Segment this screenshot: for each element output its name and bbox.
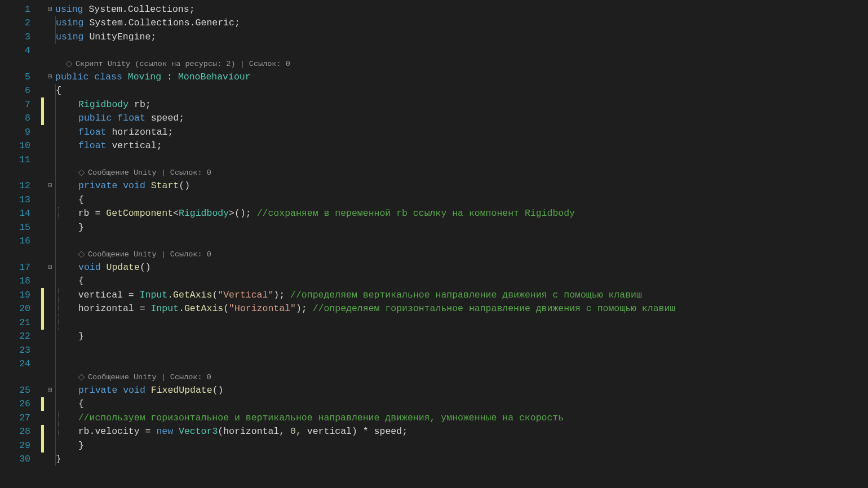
line-number: 30 bbox=[0, 454, 39, 464]
codelens-text[interactable]: Сообщение Unity | Ссылок: 0 bbox=[88, 373, 211, 381]
code-text: { bbox=[78, 276, 868, 286]
line-number: 20 bbox=[0, 303, 39, 314]
line-number: 5 bbox=[0, 72, 39, 82]
code-line[interactable]: 3 using UnityEngine; bbox=[0, 30, 868, 44]
fold-toggle-icon[interactable]: ⊟ bbox=[45, 387, 55, 394]
line-number: 24 bbox=[0, 358, 39, 369]
code-line[interactable]: 10 float vertical; bbox=[0, 139, 868, 153]
code-line[interactable]: 6 { bbox=[0, 84, 868, 98]
line-number: 8 bbox=[0, 113, 39, 123]
unity-icon bbox=[78, 251, 85, 258]
change-indicator bbox=[39, 438, 45, 452]
code-line[interactable]: 15 } bbox=[0, 220, 868, 234]
code-text: } bbox=[78, 440, 868, 451]
codelens-row[interactable]: Сообщение Unity | Ссылок: 0 bbox=[0, 248, 868, 260]
code-line[interactable]: 8 public float speed; bbox=[0, 112, 868, 126]
code-line[interactable]: 30 } bbox=[0, 452, 868, 467]
code-line[interactable]: 13 { bbox=[0, 193, 868, 207]
code-line[interactable]: 17 ⊟ void Update() bbox=[0, 260, 868, 274]
codelens-row[interactable]: Сообщение Unity | Ссылок: 0 bbox=[0, 371, 868, 383]
line-number: 17 bbox=[0, 262, 39, 273]
code-line[interactable]: 23 bbox=[0, 343, 868, 357]
line-number: 14 bbox=[0, 208, 39, 219]
codelens-text[interactable]: Сообщение Unity | Ссылок: 0 bbox=[88, 168, 211, 177]
line-number: 21 bbox=[0, 317, 39, 328]
code-text: { bbox=[78, 398, 868, 409]
code-line[interactable]: 25 ⊟ private void FixedUpdate() bbox=[0, 383, 868, 397]
code-line[interactable]: 2 using System.Collections.Generic; bbox=[0, 16, 868, 30]
code-line[interactable]: 7 Rigidbody rb; bbox=[0, 97, 868, 112]
code-text: void Update() bbox=[78, 262, 868, 273]
codelens-text[interactable]: Скрипт Unity (ссылок на ресурсы: 2) | Сс… bbox=[76, 60, 290, 68]
fold-toggle-icon[interactable]: ⊟ bbox=[45, 6, 55, 13]
line-number: 29 bbox=[0, 440, 39, 451]
code-text: horizontal = Input.GetAxis("Horizontal")… bbox=[61, 303, 868, 314]
line-number: 9 bbox=[0, 127, 39, 137]
line-number: 26 bbox=[0, 398, 39, 409]
code-text: float vertical; bbox=[78, 140, 868, 151]
code-line[interactable]: 24 bbox=[0, 357, 868, 371]
code-text: } bbox=[56, 454, 868, 464]
code-line[interactable]: 11 bbox=[0, 153, 868, 167]
line-number: 19 bbox=[0, 290, 39, 300]
code-line[interactable]: 14 rb = GetComponent<Rigidbody>(); //сох… bbox=[0, 207, 868, 221]
code-line[interactable]: 19 vertical = Input.GetAxis("Vertical");… bbox=[0, 288, 868, 302]
line-number: 3 bbox=[0, 32, 39, 42]
change-indicator bbox=[39, 397, 45, 411]
code-line[interactable]: 22 } bbox=[0, 330, 868, 344]
code-editor[interactable]: 1 ⊟ using System.Collections; 2 using Sy… bbox=[0, 0, 868, 466]
code-line[interactable]: 12 ⊟ private void Start() bbox=[0, 179, 868, 193]
code-text: { bbox=[56, 85, 868, 96]
fold-toggle-icon[interactable]: ⊟ bbox=[45, 264, 55, 271]
line-number: 12 bbox=[0, 180, 39, 191]
fold-toggle-icon[interactable]: ⊟ bbox=[45, 73, 55, 81]
change-indicator bbox=[39, 288, 45, 302]
code-text: rb = GetComponent<Rigidbody>(); //сохран… bbox=[61, 208, 868, 219]
codelens-row[interactable]: Скрипт Unity (ссылок на ресурсы: 2) | Сс… bbox=[0, 57, 868, 70]
code-line[interactable]: 9 float horizontal; bbox=[0, 125, 868, 139]
line-number: 15 bbox=[0, 222, 39, 233]
line-number: 1 bbox=[0, 4, 39, 15]
codelens-row[interactable]: Сообщение Unity | Ссылок: 0 bbox=[0, 167, 868, 179]
change-indicator bbox=[39, 425, 45, 439]
code-line[interactable]: 4 bbox=[0, 44, 868, 58]
line-number: 25 bbox=[0, 385, 39, 396]
fold-toggle-icon[interactable]: ⊟ bbox=[45, 182, 55, 189]
code-text: Rigidbody rb; bbox=[78, 99, 868, 110]
code-line[interactable]: 27 //используем горизонтальное и вертика… bbox=[0, 411, 868, 425]
line-number: 16 bbox=[0, 236, 39, 246]
unity-icon bbox=[66, 61, 72, 67]
code-text: //используем горизонтальное и вертикальн… bbox=[61, 412, 868, 423]
codelens-text[interactable]: Сообщение Unity | Ссылок: 0 bbox=[88, 250, 211, 259]
code-line[interactable]: 16 bbox=[0, 234, 868, 249]
line-number: 6 bbox=[0, 85, 39, 96]
line-number: 13 bbox=[0, 194, 39, 205]
code-line[interactable]: 5 ⊟ public class Moving : MonoBehaviour bbox=[0, 70, 868, 84]
change-indicator bbox=[39, 316, 45, 330]
code-line[interactable]: 20 horizontal = Input.GetAxis("Horizonta… bbox=[0, 302, 868, 316]
line-number: 18 bbox=[0, 276, 39, 286]
line-number: 23 bbox=[0, 345, 39, 356]
code-line[interactable]: 1 ⊟ using System.Collections; bbox=[0, 2, 868, 16]
change-indicator bbox=[39, 112, 45, 126]
code-text: rb.velocity = new Vector3(horizontal, 0,… bbox=[61, 426, 868, 437]
line-number: 7 bbox=[0, 99, 39, 110]
code-text: float horizontal; bbox=[78, 127, 868, 137]
code-text: using System.Collections; bbox=[55, 4, 868, 15]
code-line[interactable]: 21 bbox=[0, 316, 868, 330]
code-text: using UnityEngine; bbox=[56, 32, 868, 42]
code-line[interactable]: 28 rb.velocity = new Vector3(horizontal,… bbox=[0, 425, 868, 439]
line-number: 28 bbox=[0, 426, 39, 437]
code-text: private void Start() bbox=[78, 180, 868, 191]
code-text: } bbox=[78, 222, 868, 233]
code-line[interactable]: 18 { bbox=[0, 274, 868, 289]
line-number: 10 bbox=[0, 140, 39, 151]
line-number: 22 bbox=[0, 331, 39, 341]
code-line[interactable]: 26 { bbox=[0, 397, 868, 411]
change-indicator bbox=[39, 302, 45, 316]
code-text: { bbox=[78, 194, 868, 205]
code-line[interactable]: 29 } bbox=[0, 438, 868, 452]
change-indicator bbox=[39, 97, 45, 112]
unity-icon bbox=[78, 170, 85, 176]
code-text: using System.Collections.Generic; bbox=[56, 17, 868, 28]
